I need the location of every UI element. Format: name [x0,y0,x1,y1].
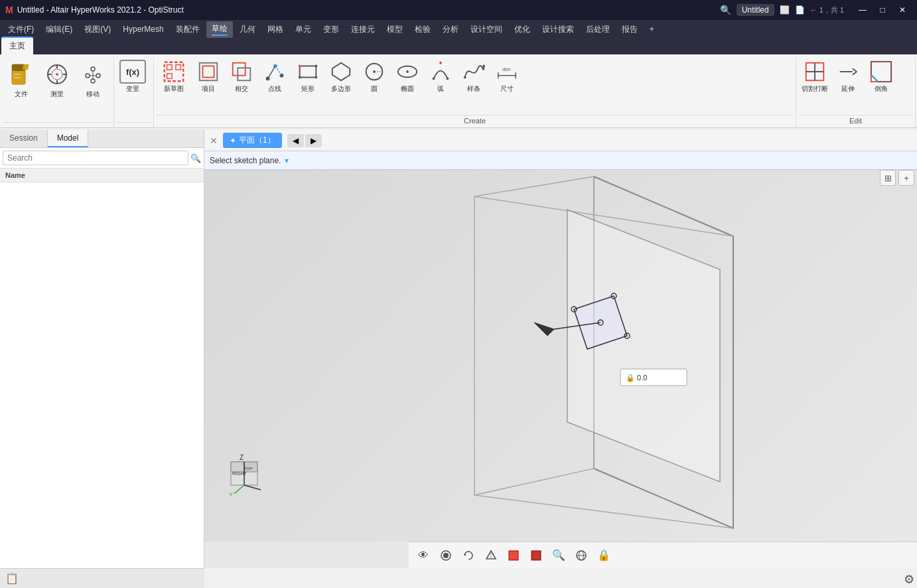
move-button[interactable]: 移动 [76,57,110,100]
menu-model[interactable]: 模型 [382,22,408,37]
menu-geometry[interactable]: 几何 [234,22,261,37]
svg-marker-36 [332,63,350,81]
svg-line-30 [275,66,281,75]
menu-edit[interactable]: 编辑(E) [40,22,78,37]
grid-button[interactable]: ⊞ [880,170,896,186]
project-button[interactable]: 项目 [192,57,224,94]
canvas-area[interactable]: 🔒 0.0 RIGHT TOP Z Y [204,170,917,542]
statusbar-doc-icon: 📋 [5,572,19,585]
close-button[interactable]: ✕ [893,3,912,17]
search-icon: 🔍 [190,153,201,163]
add-view-button[interactable]: + [898,170,914,186]
move-label: 移动 [86,90,100,98]
minimize-button[interactable]: — [853,3,872,17]
prompt-dropdown[interactable]: ▾ [285,156,289,165]
view-tool-button[interactable]: 👁 [414,546,433,565]
tab-session[interactable]: Session [0,130,48,147]
ribbon-edit-items: 切割打断 延伸 [799,57,912,113]
svg-rect-90 [509,551,518,560]
section-tool-button[interactable] [482,546,500,565]
win-controls: — □ ✕ [853,3,912,17]
arc-icon [429,60,453,84]
svg-point-11 [56,73,58,76]
sketch-plane-button[interactable]: ✦ 平面（1） [223,133,282,148]
svg-point-46 [482,65,485,68]
rectangle-button[interactable]: 矩形 [292,57,324,94]
menu-add[interactable]: + [644,23,660,36]
zoom-tool-button[interactable]: 🔍 [549,546,568,565]
sketch-prev-button[interactable]: ◀ [287,134,304,147]
menu-optimize[interactable]: 优化 [509,22,535,37]
menu-element[interactable]: 单元 [290,22,317,37]
search-icon[interactable]: 🔍 [720,5,731,15]
spline-button[interactable]: 样条 [458,57,490,94]
file-button[interactable]: ═══ ═══ 文件 [4,57,38,100]
sketch-toolbar: ✕ ✦ 平面（1） ◀ ▶ [204,130,917,151]
viewport[interactable]: ✕ ✦ 平面（1） ◀ ▶ Select sketch plane. ▾ ⊞ + [204,130,917,568]
lock-tool-button[interactable]: 🔒 [595,546,613,565]
polygon-label: 多边形 [331,85,351,93]
measure-button[interactable]: 测里 [40,57,74,100]
dimension-icon: dim [495,60,519,84]
untitled-label[interactable]: Untitled [737,4,774,16]
menu-deform[interactable]: 变形 [318,22,344,37]
variable-button[interactable]: f(x) 变里 [117,57,149,94]
model-tree[interactable] [0,183,204,568]
ellipse-button[interactable]: 椭圆 [391,57,423,94]
rotate-tool-button[interactable] [459,546,478,565]
window-icon[interactable]: ⬜ [780,5,790,15]
ribbon-content: ═══ ═══ 文件 [0,54,917,127]
menu-mesh[interactable]: 网格 [262,22,289,37]
settings-icon[interactable]: ⚙ [904,572,914,587]
ribbon-group-var-label [117,122,151,127]
maximize-button[interactable]: □ [873,3,892,17]
dimension-button[interactable]: dim 尺寸 [491,57,523,94]
point-line-button[interactable]: 点线 [259,57,291,94]
display-tool-button[interactable] [437,546,455,565]
menu-check[interactable]: 检验 [409,22,436,37]
color1-button[interactable] [504,546,523,565]
circle-button[interactable]: 圆 [358,57,390,94]
globe-tool-button[interactable] [572,546,591,565]
svg-line-58 [871,75,878,82]
menu-post[interactable]: 后处理 [581,22,615,37]
polygon-button[interactable]: 多边形 [325,57,357,94]
menu-connector[interactable]: 连接元 [346,22,380,37]
chamfer-button[interactable]: 倒角 [865,57,897,94]
project-label: 项目 [202,85,215,93]
menu-assembly[interactable]: 装配件 [171,22,205,37]
menu-sketch[interactable]: 草绘 [206,21,233,38]
extend-button[interactable]: 延伸 [832,57,864,94]
tab-model[interactable]: Model [48,130,89,147]
menu-hypermesh[interactable]: HyperMesh [117,23,169,36]
menu-analysis[interactable]: 分析 [437,22,464,37]
arc-label: 弧 [437,85,444,93]
menu-design-search[interactable]: 设计搜索 [537,22,579,37]
new-sketch-button[interactable]: 新草图 [157,57,191,94]
prompt-text: Select sketch plane. [210,156,281,165]
intersect-icon [230,60,253,84]
doc-icon[interactable]: 📄 [795,5,805,15]
svg-rect-76 [231,462,244,472]
new-sketch-label: 新草图 [164,85,184,93]
left-panel: Session Model 🔍 Name [0,130,204,568]
svg-point-86 [443,553,449,558]
sketch-next-button[interactable]: ▶ [305,134,322,147]
color2-button[interactable] [527,546,545,565]
ribbon-tab-bar: 主页 [0,38,917,54]
tab-home[interactable]: 主页 [1,37,33,54]
menubar: 文件(F) 编辑(E) 视图(V) HyperMesh 装配件 草绘 几何 网格… [0,20,917,38]
arc-button[interactable]: 弧 [425,57,457,94]
menu-design-space[interactable]: 设计空间 [465,22,508,37]
cut-button[interactable]: 切割打断 [799,57,831,94]
svg-rect-24 [233,63,246,76]
menu-view[interactable]: 视图(V) [79,22,116,37]
search-input[interactable] [3,151,188,165]
file-label: 文件 [15,90,28,98]
svg-point-12 [91,67,95,71]
menu-file[interactable]: 文件(F) [3,22,39,37]
circle-label: 圆 [371,85,378,93]
sketch-close-button[interactable]: ✕ [207,134,220,147]
menu-report[interactable]: 报告 [616,22,643,37]
intersect-button[interactable]: 相交 [226,57,257,94]
